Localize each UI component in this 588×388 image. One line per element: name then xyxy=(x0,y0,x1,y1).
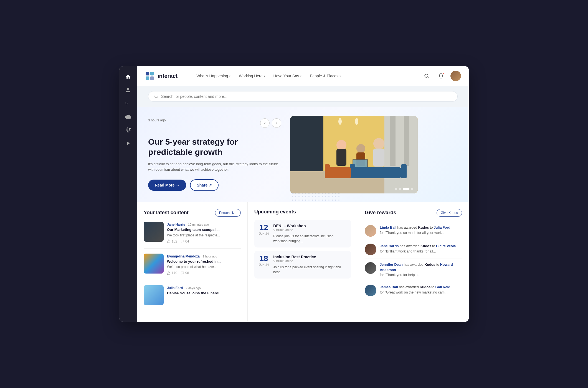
rewards-title: Give rewards xyxy=(365,210,396,216)
svg-rect-28 xyxy=(326,167,351,178)
nav-whats-happening[interactable]: What's Happening ▾ xyxy=(193,72,234,80)
content-author[interactable]: Jane Harris xyxy=(167,223,185,226)
search-area xyxy=(137,86,469,107)
content-stats: 102 64 xyxy=(167,239,241,243)
search-bar-icon xyxy=(154,94,158,99)
hero-timestamp: 3 hours ago xyxy=(148,118,166,122)
latest-content-title: Your latest content xyxy=(144,210,189,216)
sidebar-item-play[interactable] xyxy=(123,138,134,149)
event-description: Please join us for an interactive inclus… xyxy=(273,234,347,244)
rewards-header: Give rewards Give Kudos xyxy=(365,209,462,217)
svg-rect-13 xyxy=(390,116,396,166)
event-location: Virtual/Online xyxy=(273,259,347,263)
thumb-image-3 xyxy=(144,285,164,305)
search-bar[interactable] xyxy=(148,91,458,102)
reward-avatar xyxy=(365,285,376,296)
svg-rect-27 xyxy=(401,164,407,178)
content-excerpt: We're so proud of what he have... xyxy=(167,265,241,269)
svg-rect-2 xyxy=(150,72,154,76)
sidebar-item-cloud[interactable] xyxy=(123,111,134,122)
search-input[interactable] xyxy=(161,94,452,99)
event-description: Join us for a packed event sharing insig… xyxy=(273,265,347,275)
reward-giver[interactable]: James Ball xyxy=(380,285,398,289)
hero-next-button[interactable]: › xyxy=(272,118,281,128)
reward-receiver[interactable]: Gail Reid xyxy=(435,285,450,289)
reward-giver[interactable]: Jennifer Dean xyxy=(380,263,403,267)
event-info: DE&I – Workshop Virtual/Online Please jo… xyxy=(273,224,347,244)
svg-text:S: S xyxy=(125,101,128,105)
reward-avatar xyxy=(365,244,376,255)
read-more-button[interactable]: Read More → xyxy=(148,180,186,191)
reward-giver[interactable]: Linda Ball xyxy=(380,226,396,229)
event-title[interactable]: Inclusion Best Practice xyxy=(273,255,347,259)
chevron-down-icon: ▾ xyxy=(300,75,301,78)
hero-nav-row: 3 hours ago ‹ › xyxy=(148,118,281,133)
content-item-info: Jane Harris 10 minutes ago Our Marketing… xyxy=(167,222,241,243)
content-title[interactable]: Denise Souza joins the Financ... xyxy=(167,291,241,296)
content-item-meta: Evangelina Mendoza 1 hour ago xyxy=(167,254,241,259)
event-location: Virtual/Online xyxy=(273,228,347,232)
latest-content-section: Your latest content Personalize Jane Har… xyxy=(137,202,248,322)
reward-quote: for "Brilliant work and thanks for all..… xyxy=(380,249,436,253)
svg-rect-18 xyxy=(336,149,346,166)
nav-working-here[interactable]: Working Here ▾ xyxy=(235,72,268,80)
event-day: 18 xyxy=(259,255,269,262)
reward-receiver[interactable]: Julia Ford xyxy=(434,226,450,229)
svg-rect-14 xyxy=(404,116,409,166)
events-title: Upcoming events xyxy=(254,209,296,215)
sidebar: S xyxy=(119,66,137,322)
content-author[interactable]: Julia Ford xyxy=(167,286,183,290)
share-button[interactable]: Share ↗ xyxy=(190,179,219,191)
thumb-image-1 xyxy=(144,222,164,242)
top-navigation: interact What's Happening ▾ Working Here… xyxy=(137,66,469,86)
sidebar-item-slack[interactable] xyxy=(123,124,134,136)
personalize-button[interactable]: Personalize xyxy=(215,209,241,217)
hero-dot-1 xyxy=(395,188,397,190)
reward-quote: for "Great work on the new marketing cam… xyxy=(380,290,447,294)
chevron-down-icon: ▾ xyxy=(264,75,265,78)
event-title[interactable]: DE&I – Workshop xyxy=(273,224,347,228)
content-grid: Your latest content Personalize Jane Har… xyxy=(137,202,469,322)
main-content: interact What's Happening ▾ Working Here… xyxy=(137,66,469,322)
content-item: Julia Ford 2 days ago Denise Souza joins… xyxy=(144,285,241,310)
svg-point-16 xyxy=(355,118,358,125)
content-item: Evangelina Mendoza 1 hour ago Welcome to… xyxy=(144,254,241,280)
logo[interactable]: interact xyxy=(145,71,178,81)
sidebar-item-home[interactable] xyxy=(123,71,134,82)
sidebar-item-sharepoint[interactable]: S xyxy=(123,98,134,109)
svg-rect-24 xyxy=(353,160,367,168)
reward-avatar xyxy=(365,225,376,237)
svg-rect-25 xyxy=(351,167,401,178)
svg-rect-3 xyxy=(146,76,149,80)
nav-have-your-say[interactable]: Have Your Say ▾ xyxy=(270,72,305,80)
content-title[interactable]: Our Marketing team scoops i... xyxy=(167,228,241,232)
content-author[interactable]: Evangelina Mendoza xyxy=(167,254,200,258)
hero-prev-button[interactable]: ‹ xyxy=(260,118,270,128)
events-header: Upcoming events xyxy=(254,209,351,215)
svg-rect-1 xyxy=(146,72,149,76)
give-kudos-button[interactable]: Give Kudos xyxy=(437,209,462,217)
app-name: interact xyxy=(158,73,178,79)
svg-point-17 xyxy=(336,140,346,150)
sidebar-item-profile[interactable] xyxy=(123,85,134,96)
reward-receiver[interactable]: Claire Veola xyxy=(436,244,456,248)
notification-button[interactable] xyxy=(436,71,446,81)
content-thumbnail xyxy=(144,285,164,305)
like-count: 102 xyxy=(167,239,177,243)
svg-point-6 xyxy=(155,95,157,97)
reward-item: Jane Harris has awarded Kudos to Claire … xyxy=(365,240,462,259)
search-button[interactable] xyxy=(422,71,432,81)
user-avatar[interactable] xyxy=(450,71,461,81)
reward-avatar xyxy=(365,262,376,274)
nav-people-places[interactable]: People & Places ▾ xyxy=(306,72,344,80)
event-date: 12 JUN 24 xyxy=(259,224,269,235)
content-item-info: Julia Ford 2 days ago Denise Souza joins… xyxy=(167,285,241,305)
hero-description: It's difficult to set and achieve long-t… xyxy=(148,161,281,173)
nav-actions xyxy=(422,71,461,81)
svg-point-21 xyxy=(373,138,384,149)
content-title[interactable]: Welcome to your refreshed in... xyxy=(167,259,241,264)
event-month: JUN 24 xyxy=(259,232,269,235)
reward-giver[interactable]: Jane Harris xyxy=(380,244,399,248)
svg-point-5 xyxy=(425,74,428,78)
content-time: 10 minutes ago xyxy=(188,223,209,226)
